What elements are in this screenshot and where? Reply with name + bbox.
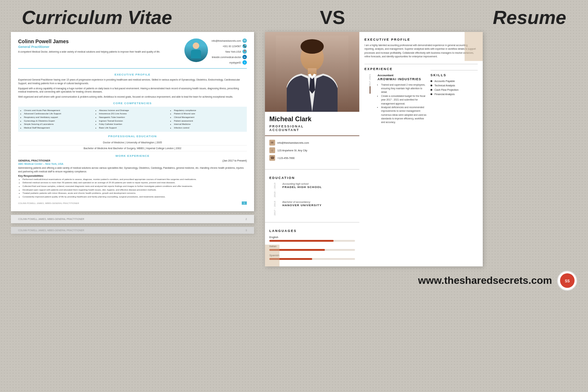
resume-email-item: ✉ info@thesharedsecrets.com <box>269 140 355 146</box>
skill-label: Cash Flow Projection <box>434 89 458 91</box>
resume-languages-title: LANGUAGES <box>269 229 355 233</box>
resume-exp-timeline: 2017-2021 Accountant AROWWAI INDUSTRIES … <box>364 74 427 124</box>
cv-linkedin-text: linkedin.com/medical-doctor <box>212 56 241 58</box>
list-item: Advanced Cardiovascular Life Support <box>24 112 95 116</box>
skill-dot <box>430 93 432 95</box>
skill-accounts-payable: Accounts Payable <box>430 80 478 82</box>
person-head <box>193 42 199 49</box>
edu-degree-2: Bachelor of accountancy <box>282 201 355 203</box>
cv-linkedin-item: linkedin.com/medical-doctor in <box>212 55 247 59</box>
list-item: Basic Life Support <box>99 126 170 130</box>
edu-content-1: Accounting high school FRADEL HIGH SCHOO… <box>282 183 355 197</box>
cv-page2-footer: COLINN POWELL JAMES, MBBS-GENERAL PRACTI… <box>18 218 84 220</box>
resume-skills-section: SKILLS Accounts Payable Technical Analys… <box>430 67 478 127</box>
resume-education-section: EDUCATION 2010 - 2013 Accounting high sc… <box>265 172 359 219</box>
cv-work-title: WORK EXPERIENCE <box>18 154 247 158</box>
exp-timeline-bar <box>369 86 371 94</box>
list-item: Regulatory compliance <box>174 109 245 113</box>
resume-phone-icon: ☎ <box>269 155 275 161</box>
resume-exp-title: EXPERIENCE <box>364 67 427 71</box>
location-icon: 📍 <box>242 49 247 54</box>
website-url: www.thesharedsecrets.com <box>418 275 552 286</box>
person-photo-svg <box>276 36 348 112</box>
exp-company: AROWWAI INDUSTRIES <box>377 77 427 81</box>
logo-inner: SS <box>560 273 575 288</box>
cv-comp-list-1: Chronic and Acute Pain Management Advanc… <box>20 109 95 130</box>
cv-skype-item: myskypeID S <box>212 60 247 65</box>
cv-exec-text-1: Experienced General Practitioner having … <box>18 78 247 85</box>
svg-point-2 <box>301 39 324 54</box>
cv-phone-text: +001 00 1234567 <box>222 45 241 48</box>
resume-photo-area <box>265 32 359 112</box>
lang-spanish: Spanish <box>269 254 355 260</box>
list-item: Foley Catheter Insertion <box>99 123 170 126</box>
resume-address-text: 123 Anywhere St. Any City <box>277 149 307 152</box>
skill-label: Financial Analysis <box>434 93 455 95</box>
resume-person-name: Micheal Clark <box>269 115 355 123</box>
list-item: Ingrown Toenail Excision <box>99 119 170 123</box>
edu-year-col-2: 2017 - 2013 <box>269 201 280 215</box>
cv-page-3: COLINN POWELL JAMES, MBBS-GENERAL PRACTI… <box>11 227 254 234</box>
cv-work-job-title: GENERAL PRACTITIONER <box>18 159 50 162</box>
resume-edu-item-2: 2017 - 2013 Bachelor of accountancy HANO… <box>269 201 355 215</box>
phone-icon: 📞 <box>242 44 247 48</box>
lang-english-bar-bg <box>269 240 355 242</box>
resume-job-title: PROFESSIONALACCOUNTANT <box>269 124 355 132</box>
skill-dot <box>430 85 432 86</box>
cv-exec-profile-title: EXECUTIVE PROFILE <box>18 73 247 76</box>
edu-degree-1: Accounting high school <box>282 183 355 185</box>
cv-education-title: PROFESSIONAL EDUCATION <box>18 135 247 138</box>
skill-label: Technical Analysis <box>434 84 455 87</box>
list-item: Chronic and Acute Pain Management <box>24 109 95 113</box>
list-item: Performed medical/clinical examinations … <box>23 178 247 181</box>
skill-cash-flow: Cash Flow Projection <box>430 89 478 91</box>
cv-work-org: ABC Medical Center – New York, USA <box>18 163 247 165</box>
exp-job-title: Accountant <box>377 74 427 77</box>
resume-divider-2 <box>265 222 359 222</box>
cv-exec-text-3: Well organized and self-driven with good… <box>18 95 247 99</box>
list-item: Consistently improved patient quality of… <box>23 195 247 199</box>
cv-title-header: Curriculum Vitae <box>22 7 172 28</box>
resume-skills-title: SKILLS <box>430 73 478 77</box>
vs-divider-header: VS <box>320 7 345 28</box>
lang-english-label: English <box>269 236 355 239</box>
edu-school-2: HANOVER UNIVERSITY <box>282 204 355 207</box>
list-item: Infection control <box>174 126 245 130</box>
list-item: Analyzed deficiencies and recommended im… <box>381 106 427 124</box>
skill-technical-analysis: Technical Analysis <box>430 84 478 87</box>
cv-location-text: New York-USA <box>225 50 241 53</box>
cv-comp-list-2: Abscess Incision and Drainage Intravenou… <box>95 109 170 130</box>
svg-text:SS: SS <box>565 279 570 283</box>
cv-page3-footer: COLINN POWELL JAMES, MBBS-GENERAL PRACTI… <box>18 229 84 232</box>
cv-page1-footer: COLINN POWELL JAMES, MBBS-GENERAL PRACTI… <box>18 201 247 205</box>
resume-divider-1 <box>265 169 359 170</box>
cv-section: Colinn Powell James General Practitioner… <box>11 32 254 234</box>
cv-comp-list-3: Regulatory compliance Patient & Wound ca… <box>170 109 245 130</box>
resume-exp-divider <box>430 70 478 70</box>
email-icon: ✉ <box>242 38 247 43</box>
list-item: Developed open rapport with patients and… <box>23 188 247 192</box>
list-item: Treated pediatric patients with minor il… <box>23 192 247 195</box>
website-footer: www.thesharedsecrets.com SS <box>0 266 588 295</box>
resume-edu-title: EDUCATION <box>269 176 355 180</box>
resume-photo-bg <box>265 32 359 112</box>
cv-location-item: New York-USA 📍 <box>212 49 247 54</box>
list-item: Clinical Management <box>174 116 245 119</box>
beige-accent-top-right <box>465 32 483 61</box>
lang-spanish-label: Spanish <box>269 254 355 257</box>
cv-edu-item-2: Bachelor of Medicine And Bachelor of Sur… <box>18 146 247 151</box>
skill-financial-analysis: Financial Analysis <box>430 93 478 95</box>
cv-competencies-grid: Chronic and Acute Pain Management Advanc… <box>18 107 247 132</box>
cv-competencies-title: CORE COMPETENCIES <box>18 102 247 105</box>
list-item: Patient & Wound care <box>174 112 245 116</box>
resume-right-col: EXECUTIVE PROFILE I am a highly talented… <box>359 32 483 266</box>
resume-title-header: Resume <box>493 7 566 28</box>
resume-edu-item-1: 2010 - 2013 Accounting high school FRADE… <box>269 183 355 197</box>
cv-page3-num: 3 <box>245 229 247 232</box>
edu-year-col-1: 2010 - 2013 <box>269 183 280 197</box>
lang-italian-label: Italian <box>269 245 355 248</box>
resume-address-item: ⌂ 123 Anywhere St. Any City <box>269 147 355 153</box>
resume-email-icon: ✉ <box>269 140 275 146</box>
list-item: Simple Suturing of Lacerations <box>24 123 95 126</box>
lang-italian: Italian <box>269 245 355 251</box>
